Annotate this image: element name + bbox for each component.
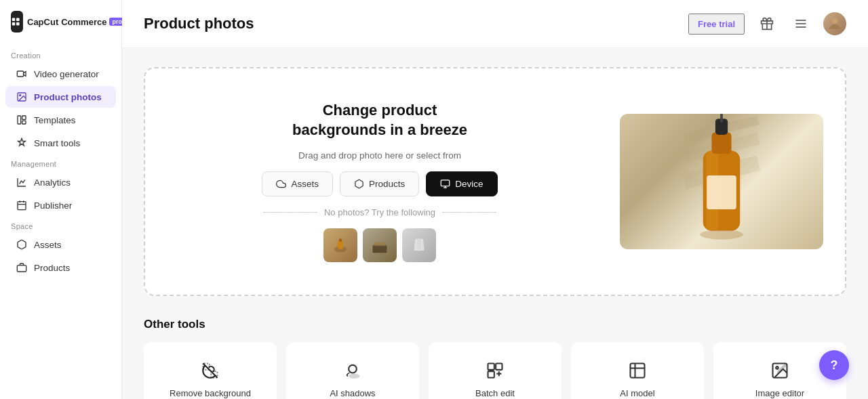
upload-title: Change productbackgrounds in a breeze [292, 101, 467, 140]
batch-edit-icon [486, 361, 505, 380]
ai-model-label: AI model [620, 388, 654, 398]
upload-buttons: Assets Products Device [262, 171, 497, 196]
publisher-icon [16, 200, 27, 211]
no-photos-text: No photos? Try the following [324, 207, 435, 217]
sidebar-item-product-photos[interactable]: Product photos [5, 86, 116, 108]
products-icon [16, 262, 27, 273]
svg-rect-22 [375, 243, 385, 246]
smart-tools-icon [16, 138, 27, 148]
upload-zone: Change productbackgrounds in a breeze Dr… [144, 67, 846, 296]
product-photos-icon [16, 91, 27, 102]
svg-rect-8 [22, 116, 26, 119]
device-upload-button[interactable]: Device [426, 171, 497, 196]
sample-thumb-1[interactable] [323, 228, 357, 262]
page-title: Product photos [144, 15, 254, 33]
ai-model-icon [628, 361, 647, 380]
svg-point-6 [20, 95, 21, 96]
assets-icon [16, 239, 27, 250]
sidebar-item-video-generator[interactable]: Video generator [5, 63, 116, 85]
divider-right [442, 212, 496, 213]
svg-point-43 [776, 366, 778, 369]
sample-thumb-3[interactable] [402, 228, 436, 262]
upload-left: Change productbackgrounds in a breeze Dr… [167, 101, 593, 262]
help-icon: ? [831, 358, 838, 373]
header: Product photos Free trial [122, 0, 868, 48]
assets-button-label: Assets [291, 179, 319, 189]
sidebar-item-label: Templates [34, 115, 76, 125]
logo-icon [11, 11, 23, 33]
sidebar-item-label: Video generator [34, 69, 99, 79]
svg-rect-0 [12, 18, 16, 22]
main-content: Product photos Free trial Change product… [122, 0, 868, 399]
upload-subtitle: Drag and drop photo here or select from [298, 150, 461, 161]
sample-thumb-2[interactable] [363, 228, 397, 262]
assets-upload-button[interactable]: Assets [262, 171, 333, 196]
analytics-icon [16, 177, 27, 188]
svg-point-19 [339, 238, 342, 242]
svg-rect-2 [12, 22, 16, 26]
sidebar-item-analytics[interactable]: Analytics [5, 171, 116, 193]
sidebar-item-label: Product photos [34, 92, 102, 102]
svg-point-15 [832, 18, 837, 24]
sidebar-item-label: Analytics [34, 177, 71, 188]
svg-rect-10 [18, 202, 26, 210]
svg-rect-3 [16, 22, 20, 26]
sidebar: CapCut Commerce pro Creation Video gener… [0, 0, 122, 399]
tools-grid: Remove background AI shadows [144, 342, 846, 399]
sidebar-item-label: Products [34, 263, 70, 273]
svg-point-38 [349, 374, 359, 379]
image-editor-icon [770, 361, 789, 380]
logo: CapCut Commerce pro [0, 11, 121, 46]
video-icon [16, 68, 27, 79]
menu-button[interactable] [789, 12, 812, 35]
sidebar-item-smart-tools[interactable]: Smart tools [5, 132, 116, 154]
avatar[interactable] [823, 12, 846, 35]
products-button-label: Products [369, 179, 405, 189]
svg-rect-9 [22, 121, 26, 124]
templates-icon [16, 114, 27, 125]
menu-icon [794, 17, 808, 30]
image-editor-label: Image editor [755, 388, 804, 398]
management-section-label: Management [0, 154, 121, 171]
svg-rect-33 [707, 175, 736, 209]
svg-rect-4 [17, 71, 23, 77]
content-area: Change productbackgrounds in a breeze Dr… [122, 48, 868, 399]
svg-rect-41 [488, 371, 494, 377]
product-image [620, 114, 823, 249]
svg-rect-7 [18, 116, 21, 124]
box-icon [354, 179, 364, 189]
ai-shadows-card[interactable]: AI shadows [286, 342, 419, 399]
free-trial-button[interactable]: Free trial [688, 14, 745, 35]
ai-shadows-icon [343, 361, 362, 380]
other-tools-section: Other tools Remove background [144, 318, 846, 399]
products-upload-button[interactable]: Products [340, 171, 419, 196]
help-button[interactable]: ? [819, 350, 849, 380]
svg-rect-20 [373, 245, 387, 253]
no-photos-section: No photos? Try the following [263, 207, 496, 217]
device-button-label: Device [455, 179, 483, 189]
space-section-label: Space [0, 217, 121, 233]
svg-point-37 [349, 365, 357, 373]
remove-background-card[interactable]: Remove background [144, 342, 277, 399]
remove-background-label: Remove background [170, 388, 251, 398]
other-tools-title: Other tools [144, 318, 846, 331]
sidebar-item-label: Assets [34, 240, 62, 250]
batch-edit-card[interactable]: Batch edit [429, 342, 561, 399]
header-actions: Free trial [688, 12, 846, 35]
monitor-icon [440, 179, 450, 189]
svg-rect-39 [488, 364, 494, 370]
sidebar-item-label: Publisher [34, 201, 72, 211]
sidebar-item-templates[interactable]: Templates [5, 109, 116, 131]
sample-thumbnails [323, 228, 436, 262]
creation-section-label: Creation [0, 46, 121, 62]
ai-model-card[interactable]: AI model [571, 342, 704, 399]
batch-edit-label: Batch edit [475, 388, 515, 398]
svg-rect-1 [16, 18, 20, 22]
ai-shadows-label: AI shadows [330, 388, 375, 398]
sidebar-item-assets[interactable]: Assets [5, 234, 116, 255]
gift-button[interactable] [755, 12, 778, 35]
svg-rect-30 [711, 132, 731, 154]
sidebar-item-products[interactable]: Products [5, 257, 116, 278]
remove-background-icon [201, 361, 220, 380]
sidebar-item-publisher[interactable]: Publisher [5, 194, 116, 216]
